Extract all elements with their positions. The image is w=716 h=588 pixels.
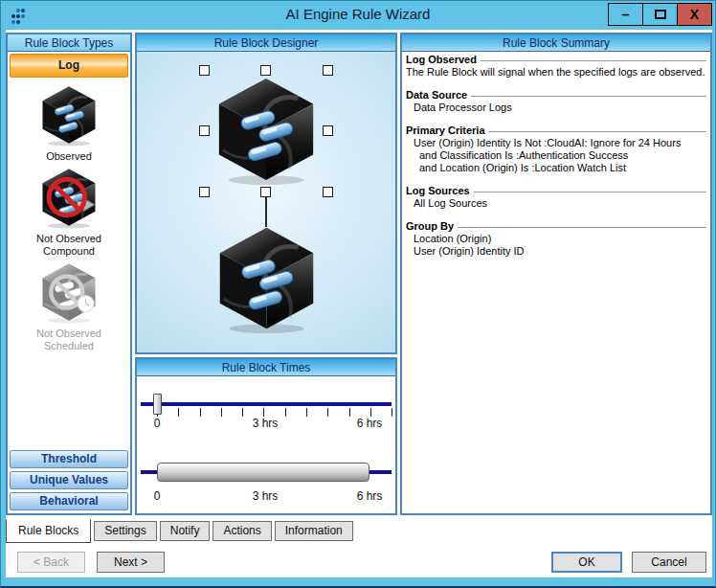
selection-handle[interactable] bbox=[323, 125, 333, 136]
tab-rule-blocks[interactable]: Rule Blocks bbox=[6, 519, 91, 543]
observed-cube-icon bbox=[37, 83, 101, 150]
titlebar: AI Engine Rule Wizard – X bbox=[1, 1, 715, 30]
back-button: < Back bbox=[17, 552, 85, 573]
rule-block-summary-panel: Rule Block Summary Log Observed The Rule… bbox=[400, 33, 712, 515]
minimize-button[interactable]: – bbox=[608, 3, 643, 26]
wizard-tabstrip: Rule Blocks Settings Notify Actions Info… bbox=[6, 519, 356, 545]
wizard-content: Rule Block Types Log Observed bbox=[6, 30, 712, 577]
summary-section-data-source: Data Source Data Processor Logs bbox=[406, 89, 706, 114]
section-line: Data Processor Logs bbox=[414, 102, 706, 114]
slider1-label-6hrs: 6 hrs bbox=[357, 417, 383, 430]
rule-block-designer-header: Rule Block Designer bbox=[137, 34, 395, 52]
rule-block-designer-panel: Rule Block Designer bbox=[135, 33, 397, 354]
not-observed-compound-icon bbox=[37, 166, 101, 233]
selection-handle[interactable] bbox=[323, 65, 333, 76]
rule-block-node-selected[interactable] bbox=[210, 73, 323, 190]
behavioral-category-button[interactable]: Behavioral bbox=[10, 492, 128, 510]
rule-type-not-observed-scheduled: Not Observed Scheduled bbox=[36, 260, 101, 352]
tab-information[interactable]: Information bbox=[275, 521, 353, 541]
rule-block-types-panel: Rule Block Types Log Observed bbox=[6, 33, 132, 515]
maximize-button[interactable] bbox=[642, 3, 678, 26]
summary-body: Log Observed The Rule Block will signal … bbox=[402, 52, 710, 513]
time-slider-thumb[interactable] bbox=[153, 394, 162, 415]
section-line: User (Origin) Identity Is Not :CloudAI: … bbox=[414, 137, 706, 149]
section-title: Log Observed bbox=[406, 54, 477, 66]
time-slider-track bbox=[141, 402, 392, 406]
ai-engine-rule-wizard-window: AI Engine Rule Wizard – X Rule Block Typ… bbox=[0, 0, 716, 588]
tab-actions[interactable]: Actions bbox=[213, 521, 271, 541]
summary-section-primary-criteria: Primary Criteria User (Origin) Identity … bbox=[406, 124, 706, 174]
summary-section-log-observed: Log Observed The Rule Block will signal … bbox=[406, 54, 706, 79]
selection-handle[interactable] bbox=[199, 125, 210, 136]
selection-handle[interactable] bbox=[199, 187, 210, 197]
threshold-category-button[interactable]: Threshold bbox=[10, 450, 128, 468]
time-slider-ticks bbox=[157, 408, 393, 417]
minimize-icon: – bbox=[622, 7, 630, 22]
section-line: User (Origin) Identity ID bbox=[414, 245, 706, 258]
unique-values-category-button[interactable]: Unique Values bbox=[10, 471, 128, 489]
log-category-button[interactable]: Log bbox=[10, 54, 128, 78]
rule-type-not-observed-compound[interactable]: Not Observed Compound bbox=[36, 166, 101, 258]
rule-block-types-header: Rule Block Types bbox=[8, 34, 130, 52]
section-line: All Log Sources bbox=[414, 197, 706, 210]
not-observed-scheduled-icon bbox=[37, 260, 101, 328]
section-title: Log Sources bbox=[406, 185, 470, 197]
rule-block-summary-header: Rule Block Summary bbox=[402, 34, 710, 52]
section-line: and Classification Is :Authentication Su… bbox=[419, 149, 706, 162]
slider1-label-3hrs: 3 hrs bbox=[253, 417, 279, 430]
cancel-button[interactable]: Cancel bbox=[632, 552, 706, 573]
next-button[interactable]: Next > bbox=[97, 552, 165, 573]
time-range-bar[interactable] bbox=[157, 463, 369, 482]
summary-section-log-sources: Log Sources All Log Sources bbox=[406, 185, 706, 210]
rule-block-node-2[interactable] bbox=[211, 222, 323, 338]
designer-canvas[interactable] bbox=[137, 52, 395, 352]
section-line: The Rule Block will signal when the spec… bbox=[406, 66, 706, 79]
slider1-label-0: 0 bbox=[154, 417, 161, 430]
section-line: and Location (Origin) Is :Location Watch… bbox=[419, 162, 706, 174]
summary-section-group-by: Group By Location (Origin) User (Origin)… bbox=[406, 220, 706, 258]
section-line: Location (Origin) bbox=[414, 233, 706, 245]
selection-handle[interactable] bbox=[323, 187, 333, 197]
close-button[interactable]: X bbox=[677, 3, 712, 26]
ok-button[interactable]: OK bbox=[551, 552, 622, 573]
selection-handle[interactable] bbox=[199, 65, 210, 76]
maximize-icon bbox=[655, 10, 666, 19]
rule-type-observed[interactable]: Observed bbox=[37, 83, 101, 163]
slider2-label-3hrs: 3 hrs bbox=[253, 489, 279, 503]
section-title: Primary Criteria bbox=[406, 124, 485, 137]
tab-notify[interactable]: Notify bbox=[160, 521, 211, 541]
tab-settings[interactable]: Settings bbox=[94, 521, 156, 541]
rule-block-times-panel: Rule Block Times 0 3 hrs 6 hrs 0 3 hrs 6… bbox=[135, 357, 397, 515]
section-title: Data Source bbox=[406, 89, 467, 102]
close-icon: X bbox=[690, 7, 699, 22]
slider2-label-6hrs: 6 hrs bbox=[357, 489, 383, 503]
slider2-label-0: 0 bbox=[154, 489, 161, 503]
rule-block-times-header: Rule Block Times bbox=[137, 359, 395, 376]
rule-block-types-list: Log Observed bbox=[8, 52, 130, 513]
section-title: Group By bbox=[406, 220, 454, 233]
